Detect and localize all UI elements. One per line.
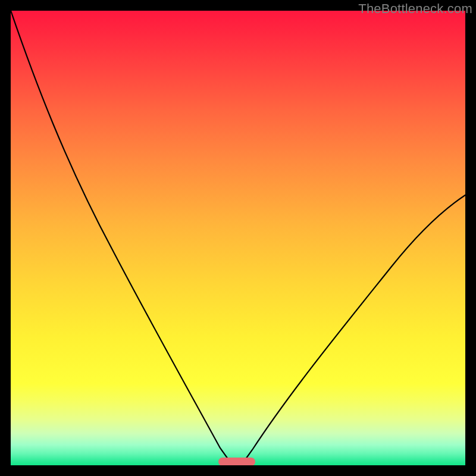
curve-right-branch [243, 189, 465, 463]
plot-area [11, 11, 465, 465]
bottleneck-curve [11, 11, 465, 465]
outer-frame: TheBottleneck.com [0, 0, 476, 476]
curve-left-branch [11, 11, 231, 463]
optimal-range-marker [218, 458, 255, 465]
watermark-text: TheBottleneck.com [358, 1, 472, 17]
